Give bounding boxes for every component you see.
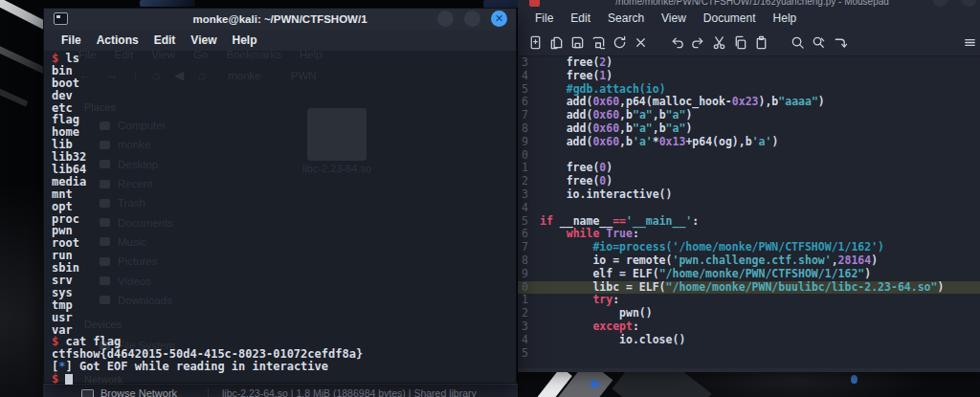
menu-item-file[interactable]: File (526, 11, 562, 25)
redo-icon[interactable] (687, 32, 708, 53)
code-line: 5 #gdb.attach(io) (518, 83, 980, 97)
text-token: ) (685, 121, 692, 135)
menu-icon[interactable] (959, 32, 980, 53)
text-token: "a" (666, 108, 686, 121)
text-token: free( (540, 69, 599, 82)
code-line: 5if __name__=='__main__': (518, 215, 980, 229)
terminal-line: $ (52, 373, 516, 385)
save-icon[interactable] (567, 32, 588, 53)
text-token: , (832, 254, 838, 267)
text-token: ) (685, 108, 692, 121)
jump-to-icon[interactable] (829, 32, 850, 53)
text-token: "/home/monke/PWN/CTFSHOW/1/162" (659, 267, 865, 280)
terminal-line: root (52, 237, 516, 250)
code-text: add(0x60,b"a",b"a") (533, 109, 692, 122)
find-icon[interactable] (787, 32, 808, 53)
code-text: #io=process('/home/monke/PWN/CTFSHOW/1/1… (533, 241, 884, 254)
menu-item-view[interactable]: View (653, 11, 695, 25)
line-number: 6 (518, 228, 533, 241)
text-token: 0x13 (659, 135, 686, 148)
code-line: 8 io = remote('pwn.challenge.ctf.show',2… (518, 254, 980, 268)
line-number: 9 (518, 268, 533, 281)
menu-item-document[interactable]: Document (695, 11, 765, 25)
network-icon (81, 389, 94, 397)
text-token: : (612, 293, 619, 306)
menu-item-help[interactable]: Help (225, 33, 265, 47)
terminal-icon (54, 12, 68, 25)
code-line-current: 0 libc = ELF("/home/monke/PWN/buulibc/li… (518, 281, 980, 295)
code-text (533, 149, 540, 163)
text-token: ),b (759, 95, 779, 108)
menu-item-edit[interactable]: Edit (562, 11, 599, 25)
text-token: True (606, 227, 633, 240)
line-number: 1 (518, 162, 533, 175)
terminal-line: run (52, 250, 516, 262)
text-token: lib64 (52, 163, 86, 176)
text-token: $ (52, 52, 65, 65)
terminal-line: sys (52, 287, 516, 299)
line-number: 3 (518, 188, 533, 202)
minimize-button[interactable] (437, 11, 454, 27)
mousepad-menubar: FileEditSearchViewDocumentHelp (518, 8, 980, 29)
text-token: proc (52, 212, 79, 226)
mousepad-titlebar[interactable]: /home/monke/PWN/CTFSHOW/1/162yuancheng.p… (518, 0, 980, 8)
text-token: 0x60 (592, 108, 619, 121)
terminal-menubar: FileActionsEditViewHelp (44, 30, 516, 51)
terminal-window: monke@kali: ~/PWN/CTFSHOW/1 ✕ FileAction… (43, 8, 517, 384)
wallpaper-bottom-right (518, 372, 980, 397)
line-number: 4 (518, 334, 533, 347)
paste-icon[interactable] (750, 32, 771, 53)
code-text: if __name__=='__main__': (533, 215, 699, 229)
find-replace-icon[interactable] (808, 32, 829, 53)
open-document-icon[interactable] (546, 32, 567, 53)
text-token: except (592, 320, 633, 333)
code-line: 4 free(1) (518, 70, 980, 83)
wallpaper-shape (0, 87, 29, 107)
code-text (533, 347, 540, 361)
code-text (533, 202, 540, 215)
terminal-line: flag (52, 114, 516, 126)
code-text: except: (533, 320, 639, 334)
line-number: 2 (518, 307, 533, 320)
save-as-icon[interactable] (588, 32, 609, 53)
new-document-icon[interactable] (524, 32, 546, 53)
close-document-icon[interactable] (630, 32, 651, 53)
close-button[interactable]: ✕ (491, 11, 507, 27)
menu-item-help[interactable]: Help (765, 11, 806, 25)
code-line: 3 free(2) (518, 56, 980, 70)
terminal-line: pwn (52, 225, 516, 237)
undo-icon[interactable] (666, 32, 687, 53)
text-token: while (567, 227, 607, 240)
text-token: ) (606, 161, 612, 174)
menu-item-search[interactable]: Search (599, 11, 653, 25)
text-token: 28164 (838, 254, 872, 267)
code-line: 6 while True: (518, 228, 980, 241)
text-token: 'a' (752, 135, 772, 148)
line-number: 6 (518, 96, 533, 109)
desktop: { "terminal": { "title": "monke@kali: ~/… (0, 0, 980, 397)
code-line: 3 except: (518, 320, 980, 334)
terminal-line: proc (52, 213, 516, 226)
text-token: ,p64(malloc_hook- (619, 95, 732, 108)
menu-item-file[interactable]: File (54, 33, 89, 47)
terminal-titlebar[interactable]: monke@kali: ~/PWN/CTFSHOW/1 ✕ (44, 9, 516, 30)
menu-item-view[interactable]: View (183, 33, 224, 47)
reload-icon[interactable] (609, 32, 630, 53)
terminal-body[interactable]: buulibc - Thunar FileEditViewGoBookmarks… (44, 51, 516, 385)
terminal-line: srv (52, 275, 516, 287)
copy-icon[interactable] (729, 32, 750, 53)
maximize-button[interactable] (464, 11, 480, 27)
sidebar-item-browse-network[interactable]: Browse Network (81, 387, 177, 397)
line-number: 1 (518, 294, 533, 307)
code-area[interactable]: 3 free(2)4 free(1)5 #gdb.attach(io)6 add… (518, 56, 980, 360)
menu-item-actions[interactable]: Actions (89, 33, 146, 47)
terminal-line: $ ls (52, 53, 516, 65)
menu-item-edit[interactable]: Edit (146, 33, 184, 47)
text-token: elf = ELF( (540, 267, 659, 280)
text-token: sys (52, 286, 73, 299)
text-token: +p64(og),b (685, 135, 751, 148)
text-token: ls (65, 52, 78, 65)
text-token: ) (937, 280, 944, 294)
wallpaper-shape (483, 0, 520, 8)
cut-icon[interactable] (708, 32, 729, 53)
